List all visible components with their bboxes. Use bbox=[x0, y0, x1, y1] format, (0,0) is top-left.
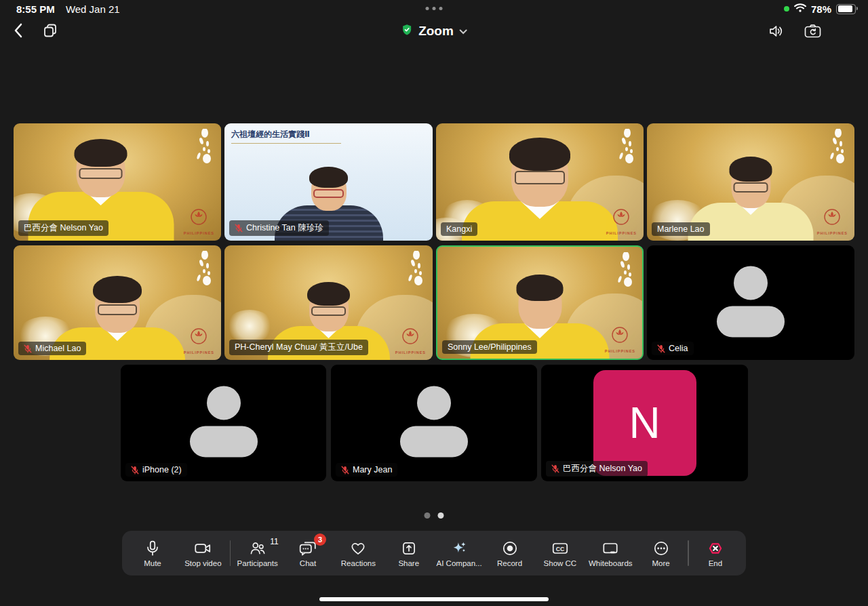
video-tile-active-speaker[interactable]: PHILIPPINES Sonny Lee/Philippines bbox=[436, 245, 644, 360]
status-bar: 8:55 PM Wed Jan 21 78% bbox=[0, 0, 868, 18]
mic-in-use-dot bbox=[784, 6, 789, 12]
chevron-down-icon bbox=[459, 25, 467, 37]
whiteboards-button[interactable]: Whiteboards bbox=[587, 540, 634, 567]
chat-button[interactable]: 3 Chat bbox=[284, 540, 332, 567]
avatar-silhouette bbox=[400, 386, 468, 457]
participant-name-tag: PH-Cheryl May Chua/ 黃玉立/Ube bbox=[229, 340, 368, 355]
multitasking-ellipsis-icon[interactable] bbox=[426, 7, 443, 10]
video-tile[interactable]: Celia bbox=[647, 245, 854, 360]
blia-logo: PHILIPPINES bbox=[395, 326, 426, 355]
muted-mic-icon bbox=[24, 344, 32, 353]
participants-count: 11 bbox=[270, 537, 278, 546]
page-indicator[interactable] bbox=[425, 512, 444, 519]
participant-name-tag: iPhone (2) bbox=[125, 463, 187, 477]
muted-mic-icon bbox=[341, 466, 349, 474]
back-chevron-icon[interactable] bbox=[11, 22, 27, 39]
muted-mic-icon bbox=[131, 466, 139, 474]
initial-avatar: N bbox=[593, 370, 696, 476]
video-tile[interactable]: PHILIPPINES Kangxi bbox=[436, 123, 644, 241]
participant-name-tag: Sonny Lee/Philippines bbox=[442, 340, 537, 354]
record-button[interactable]: Record bbox=[486, 540, 534, 567]
video-camera-icon bbox=[193, 540, 212, 557]
ai-companion-icon bbox=[450, 540, 468, 557]
clock-date: Wed Jan 21 bbox=[66, 3, 120, 15]
video-tile[interactable]: PHILIPPINES PH-Cheryl May Chua/ 黃玉立/Ube bbox=[224, 245, 433, 360]
philippines-map-watermark bbox=[826, 129, 848, 167]
reactions-button[interactable]: Reactions bbox=[334, 540, 382, 567]
meeting-controls-toolbar: Mute Stop video 11 Participants 3 Chat R… bbox=[122, 531, 746, 575]
avatar-silhouette bbox=[717, 266, 785, 337]
share-icon bbox=[400, 540, 418, 557]
more-button[interactable]: More bbox=[637, 540, 685, 567]
participant-name-tag: Kangxi bbox=[441, 222, 477, 236]
whiteboard-icon bbox=[601, 540, 620, 557]
philippines-map-watermark bbox=[193, 251, 214, 289]
show-cc-button[interactable]: CC Show CC bbox=[536, 540, 584, 567]
battery-icon bbox=[836, 4, 856, 14]
video-tile[interactable]: Mary Jean bbox=[331, 365, 537, 481]
participant-name-tag: 巴西分會 Nelson Yao bbox=[18, 220, 108, 236]
participant-name-tag: Michael Lao bbox=[18, 342, 86, 355]
philippines-map-watermark bbox=[615, 129, 637, 167]
video-tile[interactable]: 六祖壇經的生活實踐Ⅱ Christine Tan 陳珍珍 bbox=[224, 123, 433, 241]
closed-captions-icon: CC bbox=[551, 540, 570, 557]
muted-mic-icon bbox=[657, 344, 665, 353]
participant-name-tag: Celia bbox=[652, 342, 694, 355]
participant-name-tag: Mary Jean bbox=[336, 463, 397, 477]
toolbar-divider bbox=[688, 540, 689, 566]
blia-logo: PHILIPPINES bbox=[184, 326, 214, 355]
muted-mic-icon bbox=[551, 464, 559, 473]
end-call-button[interactable]: End bbox=[692, 540, 739, 567]
meeting-title-dropdown[interactable]: Zoom bbox=[401, 23, 467, 39]
stop-video-button[interactable]: Stop video bbox=[179, 540, 226, 567]
philippines-map-watermark bbox=[614, 252, 635, 290]
blia-logo: PHILIPPINES bbox=[817, 207, 848, 235]
ai-companion-button[interactable]: AI Compan... bbox=[435, 540, 483, 567]
gallery-view-grid-icon[interactable] bbox=[840, 24, 856, 39]
speaker-icon[interactable] bbox=[768, 23, 785, 39]
security-shield-icon bbox=[401, 23, 413, 39]
switch-camera-icon[interactable] bbox=[804, 23, 822, 39]
blia-logo: PHILIPPINES bbox=[605, 325, 635, 353]
battery-percent: 78% bbox=[811, 3, 831, 15]
svg-text:CC: CC bbox=[556, 545, 564, 552]
meeting-nav-bar: Zoom bbox=[0, 18, 868, 49]
page-dot-2-active[interactable] bbox=[438, 512, 444, 519]
app-title: Zoom bbox=[418, 24, 454, 39]
share-button[interactable]: Share bbox=[385, 540, 433, 567]
participant-name-tag: Christine Tan 陳珍珍 bbox=[229, 220, 329, 236]
clock-time: 8:55 PM bbox=[16, 3, 55, 15]
blia-logo: PHILIPPINES bbox=[606, 207, 637, 235]
participants-button[interactable]: 11 Participants bbox=[234, 540, 281, 567]
slide-title-text: 六祖壇經的生活實踐Ⅱ bbox=[231, 129, 341, 144]
more-icon bbox=[652, 540, 670, 557]
video-tile[interactable]: PHILIPPINES Michael Lao bbox=[14, 245, 221, 360]
toolbar-divider bbox=[230, 540, 231, 566]
blia-logo: PHILIPPINES bbox=[184, 207, 214, 235]
zoom-meeting-screen: 8:55 PM Wed Jan 21 78% Zoom bbox=[0, 0, 868, 606]
video-tile[interactable]: N 巴西分會 Nelson Yao bbox=[541, 365, 748, 481]
avatar-silhouette bbox=[190, 386, 258, 457]
mute-button[interactable]: Mute bbox=[129, 540, 176, 567]
video-tile[interactable]: PHILIPPINES 巴西分會 Nelson Yao bbox=[14, 123, 221, 241]
page-dot-1[interactable] bbox=[425, 512, 431, 519]
philippines-map-watermark bbox=[404, 251, 426, 289]
participant-name-tag: Marlene Lao bbox=[652, 222, 710, 236]
participant-name-tag: 巴西分會 Nelson Yao bbox=[546, 461, 648, 477]
microphone-icon bbox=[144, 540, 161, 557]
app-windows-icon[interactable] bbox=[42, 22, 58, 39]
video-tile[interactable]: iPhone (2) bbox=[121, 365, 326, 481]
heart-icon bbox=[349, 540, 367, 557]
participants-icon bbox=[249, 540, 267, 557]
wifi-icon bbox=[794, 3, 806, 15]
video-tile[interactable]: PHILIPPINES Marlene Lao bbox=[647, 123, 854, 241]
muted-mic-icon bbox=[235, 224, 243, 233]
home-indicator[interactable] bbox=[319, 597, 549, 601]
record-icon bbox=[501, 540, 519, 557]
chat-unread-badge: 3 bbox=[314, 533, 326, 546]
end-call-icon bbox=[707, 540, 724, 557]
philippines-map-watermark bbox=[193, 129, 214, 167]
